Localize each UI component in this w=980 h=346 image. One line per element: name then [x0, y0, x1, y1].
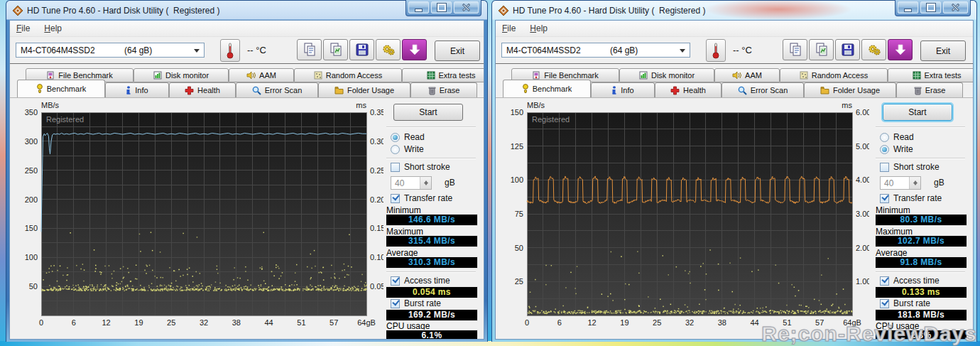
tab-disk-monitor[interactable]: Disk monitor [619, 68, 714, 82]
svg-text:0.05: 0.05 [370, 282, 383, 291]
exit-button[interactable]: Exit [920, 40, 966, 61]
write-option[interactable]: Write [391, 144, 424, 154]
copy-text-icon [789, 43, 802, 57]
read-option[interactable]: Read [880, 132, 914, 142]
check-update-button[interactable] [888, 39, 913, 60]
burst-rate-label: Burst rate [893, 298, 930, 308]
transfer-rate-option[interactable]: Transfer rate [880, 193, 942, 203]
close-button[interactable] [454, 1, 479, 13]
checkbox-short-stroke[interactable] [391, 163, 400, 172]
drive-select[interactable]: M4-CT064M4SSD2 (64 gB) [501, 43, 690, 58]
temperature-button[interactable] [220, 39, 240, 62]
tab-erase[interactable]: Erase [410, 82, 477, 97]
tab-info[interactable]: Info [105, 82, 169, 97]
save-button[interactable] [349, 39, 374, 60]
copy-text-button[interactable] [297, 39, 322, 60]
maximize-button[interactable] [431, 1, 452, 13]
tab-random-access[interactable]: Random Access [294, 68, 402, 82]
copy-image-button[interactable] [809, 39, 834, 60]
menu-help[interactable]: Help [44, 23, 62, 33]
spinner-buttons[interactable] [909, 177, 920, 189]
options-button[interactable] [861, 39, 886, 60]
tab-row-lower: Benchmark Info Health Error Scan [503, 82, 963, 97]
svg-text:64gB: 64gB [357, 318, 376, 327]
write-option[interactable]: Write [880, 144, 913, 154]
app-icon [13, 6, 23, 16]
titlebar[interactable]: HD Tune Pro 4.60 - Hard Disk Utility ( R… [492, 1, 976, 20]
stroke-size-spinner[interactable]: 40 [391, 176, 432, 190]
radio-write[interactable] [880, 145, 889, 154]
temperature-value: -- °C [733, 45, 752, 55]
tab-benchmark[interactable]: Benchmark [503, 80, 591, 97]
minimize-button[interactable] [898, 1, 918, 13]
transfer-rate-option[interactable]: Transfer rate [391, 193, 452, 203]
radio-write[interactable] [391, 145, 400, 154]
tab-error-scan[interactable]: Error Scan [722, 82, 804, 97]
tab-erase[interactable]: Erase [896, 82, 963, 97]
checkbox-burst-rate[interactable] [880, 299, 889, 308]
read-option[interactable]: Read [391, 132, 425, 142]
average-value: 91.8 MB/s [875, 256, 967, 269]
checkbox-burst-rate[interactable] [391, 299, 400, 308]
tab-health[interactable]: Health [655, 82, 722, 97]
menu-help[interactable]: Help [530, 23, 548, 33]
burst-rate-option[interactable]: Burst rate [391, 298, 441, 308]
tab-random-access[interactable]: Random Access [780, 68, 888, 82]
tab-error-scan[interactable]: Error Scan [236, 82, 318, 97]
titlebar[interactable]: HD Tune Pro 4.60 - Hard Disk Utility ( R… [6, 1, 487, 20]
checkbox-short-stroke[interactable] [880, 163, 889, 172]
copy-image-button[interactable] [323, 39, 348, 60]
tab-disk-monitor[interactable]: Disk monitor [134, 68, 229, 82]
toolbar: M4-CT064M4SSD2 (64 gB) -- °C [10, 37, 484, 64]
checkbox-transfer-rate[interactable] [391, 194, 400, 203]
short-stroke-option[interactable]: Short stroke [880, 162, 940, 172]
short-stroke-option[interactable]: Short stroke [391, 162, 450, 172]
svg-text:38: 38 [232, 318, 241, 327]
check-update-button[interactable] [402, 39, 427, 60]
maximum-value: 102.7 MB/s [875, 235, 967, 247]
benchmark-side-panel: Start Read Write Short stroke [874, 99, 971, 338]
checkbox-access-time[interactable] [880, 276, 889, 286]
tab-extra-tests[interactable]: Extra tests [402, 68, 484, 82]
tab-health[interactable]: Health [169, 82, 236, 97]
radio-read[interactable] [391, 133, 400, 142]
menu-file[interactable]: File [16, 23, 30, 33]
checkbox-transfer-rate[interactable] [880, 194, 889, 203]
tab-extra-tests[interactable]: Extra tests [888, 68, 974, 82]
copy-text-button[interactable] [783, 39, 807, 60]
random-access-icon [314, 71, 322, 80]
tab-folder-usage[interactable]: Folder Usage [804, 82, 896, 97]
checkbox-access-time[interactable] [391, 276, 400, 286]
maximize-button[interactable] [920, 1, 941, 13]
tab-strip: File Benchmark Disk monitor AAM Random A… [10, 63, 484, 97]
access-time-option[interactable]: Access time [391, 276, 450, 286]
temperature-button[interactable] [706, 39, 726, 62]
burst-rate-option[interactable]: Burst rate [880, 298, 930, 308]
exit-button[interactable]: Exit [435, 40, 480, 61]
tab-folder-usage[interactable]: Folder Usage [318, 82, 410, 97]
svg-text:25: 25 [515, 277, 523, 286]
trash-icon [914, 86, 922, 95]
save-button[interactable] [835, 39, 860, 60]
start-button[interactable]: Start [393, 104, 463, 121]
tab-benchmark[interactable]: Benchmark [17, 80, 105, 97]
separator [386, 158, 476, 159]
menu-file[interactable]: File [502, 23, 516, 33]
tab-aam[interactable]: AAM [229, 68, 294, 82]
dropdown-arrow-icon [680, 49, 685, 55]
minimize-button[interactable] [408, 1, 429, 13]
stroke-size-spinner[interactable]: 40 [880, 176, 921, 190]
drive-select[interactable]: M4-CT064M4SSD2 (64 gB) [16, 43, 205, 58]
close-button[interactable] [943, 1, 968, 13]
start-button[interactable]: Start [883, 104, 952, 121]
tab-info[interactable]: Info [591, 82, 655, 97]
radio-read[interactable] [880, 133, 889, 142]
tab-row-lower: Benchmark Info Health Error Scan [17, 82, 477, 97]
cpu-usage-value: 6.1% [386, 330, 478, 340]
spinner-buttons[interactable] [420, 177, 431, 189]
svg-text:75: 75 [515, 210, 523, 218]
access-time-option[interactable]: Access time [880, 276, 940, 286]
options-button[interactable] [376, 39, 401, 60]
tab-aam[interactable]: AAM [714, 68, 780, 82]
svg-text:51: 51 [297, 318, 305, 327]
